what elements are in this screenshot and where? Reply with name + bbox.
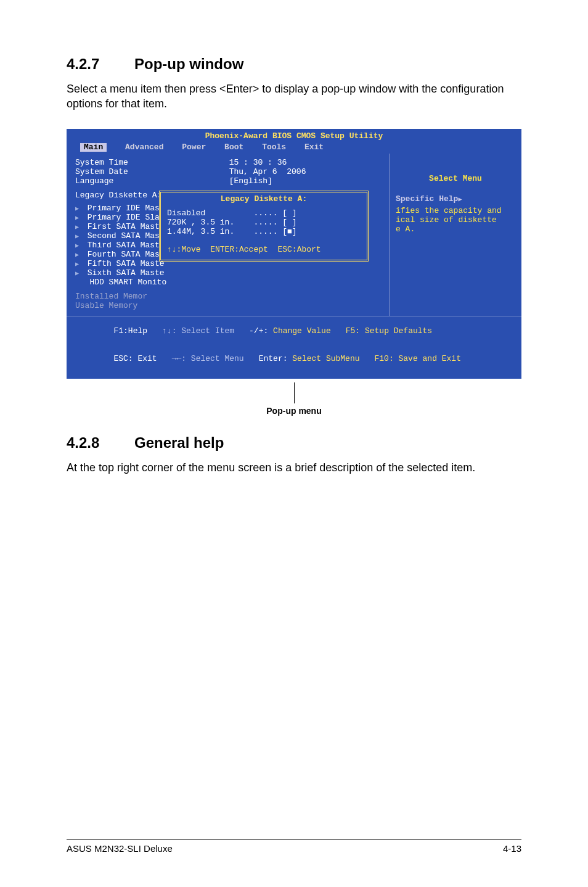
list-item: Usable Memory xyxy=(75,302,386,311)
tab-exit[interactable]: Exit xyxy=(304,143,324,152)
figure-caption: Pop-up menu xyxy=(67,382,521,416)
section-heading-general-help: 4.2.8General help xyxy=(67,434,521,452)
bios-screenshot: Phoenix-Award BIOS CMOS Setup Utility Ma… xyxy=(67,129,521,379)
popup-hint: ↑↓:Move ENTER:Accept ESC:Abort xyxy=(167,245,361,255)
caption-text: Pop-up menu xyxy=(67,406,521,416)
tab-boot[interactable]: Boot xyxy=(224,143,243,152)
popup-option[interactable]: 720K , 3.5 in. ..... [ ] xyxy=(167,218,361,228)
row-system-time[interactable]: System Time 15 : 30 : 36 xyxy=(75,159,386,168)
bios-right-panel: Select Menu Specific Help ifies the capa… xyxy=(389,154,521,315)
list-item[interactable]: HDD SMART Monito xyxy=(75,278,386,287)
help-text: ifies the capacity and ical size of disk… xyxy=(396,207,515,234)
hint-esc: ESC: Exit xyxy=(113,355,157,364)
tab-advanced[interactable]: Advanced xyxy=(125,143,163,152)
footer-left: ASUS M2N32-SLI Deluxe xyxy=(67,843,173,854)
popup-title: Legacy Diskette A: xyxy=(167,195,361,204)
hint-f10: F10: Save and Exit xyxy=(375,355,461,364)
section-heading-popup: 4.2.7Pop-up window xyxy=(67,56,521,73)
section-number: 4.2.7 xyxy=(67,56,134,73)
section-title: General help xyxy=(134,434,224,451)
row-language[interactable]: Language [English] xyxy=(75,177,386,186)
popup-legacy-diskette: Legacy Diskette A: Disabled ..... [ ] 72… xyxy=(159,191,369,262)
select-menu-label: Select Menu xyxy=(396,175,515,184)
list-item: Installed Memor xyxy=(75,292,386,302)
specific-help-label: Specific Help xyxy=(396,195,515,204)
hint-f5: F5: Setup Defaults xyxy=(346,327,432,336)
hint-plusminus: -/+: xyxy=(249,326,268,336)
hint-enter: Enter: xyxy=(259,354,288,363)
hint-change-value: Change Value xyxy=(273,326,331,336)
footer-right: 4-13 xyxy=(503,843,521,854)
callout-line xyxy=(294,382,295,403)
hint-f1: F1:Help xyxy=(113,327,147,336)
page-footer: ASUS M2N32-SLI Deluxe 4-13 xyxy=(67,839,521,854)
bios-utility-title: Phoenix-Award BIOS CMOS Setup Utility xyxy=(67,131,521,142)
bios-tabs: Main Advanced Power Boot Tools Exit xyxy=(67,142,521,154)
bios-left-panel: System Time 15 : 30 : 36 System Date Thu… xyxy=(67,154,389,315)
popup-option[interactable]: Disabled ..... [ ] xyxy=(167,209,361,218)
row-system-date[interactable]: System Date Thu, Apr 6 2006 xyxy=(75,168,386,177)
list-item[interactable]: Sixth SATA Maste xyxy=(75,269,386,278)
hint-select-item: ↑↓: Select Item xyxy=(162,327,234,336)
tab-power[interactable]: Power xyxy=(182,143,206,152)
section-number: 4.2.8 xyxy=(67,434,134,452)
chevron-right-icon xyxy=(458,194,462,204)
tab-tools[interactable]: Tools xyxy=(262,143,286,152)
section-title: Pop-up window xyxy=(134,56,243,72)
popup-option[interactable]: 1.44M, 3.5 in. ..... [■] xyxy=(167,228,361,237)
bios-footer: F1:Help↑↓: Select Item-/+: Change ValueF… xyxy=(67,316,521,377)
tab-main[interactable]: Main xyxy=(80,143,107,152)
section-body: At the top right corner of the menu scre… xyxy=(67,460,521,475)
section-body: Select a menu item then press <Enter> to… xyxy=(67,81,521,112)
hint-select-submenu: Select SubMenu xyxy=(292,354,359,363)
hint-select-menu: →←: Select Menu xyxy=(172,355,244,364)
